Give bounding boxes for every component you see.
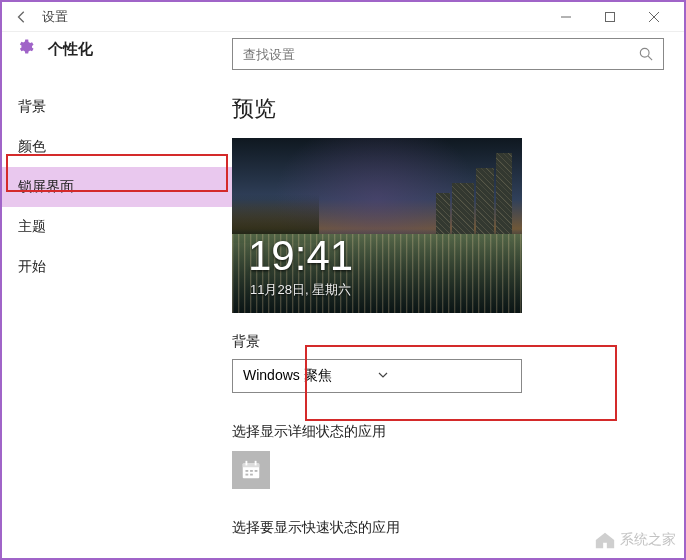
minimize-button[interactable] [544, 2, 588, 32]
close-button[interactable] [632, 2, 676, 32]
detail-status-label: 选择显示详细状态的应用 [232, 423, 664, 441]
lock-date: 11月28日, 星期六 [250, 281, 351, 299]
svg-rect-9 [246, 474, 249, 476]
svg-rect-7 [250, 470, 253, 472]
lock-time: 19:41 [248, 235, 353, 277]
search-input[interactable] [233, 39, 629, 69]
svg-rect-3 [243, 464, 260, 468]
preview-title: 预览 [232, 94, 664, 124]
sidebar: 个性化 背景 颜色 锁屏界面 主题 开始 [2, 32, 232, 558]
background-label: 背景 [232, 333, 664, 351]
sidebar-item-lockscreen[interactable]: 锁屏界面 [2, 167, 232, 207]
search-icon[interactable] [629, 39, 663, 69]
nav: 背景 颜色 锁屏界面 主题 开始 [2, 87, 232, 287]
svg-rect-4 [246, 461, 248, 466]
sidebar-item-colors[interactable]: 颜色 [2, 127, 232, 167]
chevron-down-icon [377, 368, 511, 384]
svg-rect-10 [250, 474, 253, 476]
main-panel: 预览 19:41 11月28日, 星期六 背景 Windows 聚焦 [232, 32, 684, 558]
sidebar-item-start[interactable]: 开始 [2, 247, 232, 287]
svg-rect-8 [255, 470, 258, 472]
maximize-button[interactable] [588, 2, 632, 32]
category-title: 个性化 [48, 40, 93, 59]
quick-status-label: 选择要显示快速状态的应用 [232, 519, 664, 537]
svg-point-1 [640, 48, 649, 57]
background-select-value: Windows 聚焦 [243, 367, 377, 385]
back-button[interactable] [10, 5, 34, 29]
svg-rect-0 [606, 12, 615, 21]
titlebar: 设置 [2, 2, 684, 32]
gear-icon [16, 38, 34, 61]
svg-rect-6 [246, 470, 249, 472]
sidebar-item-themes[interactable]: 主题 [2, 207, 232, 247]
search-box[interactable] [232, 38, 664, 70]
lockscreen-preview: 19:41 11月28日, 星期六 [232, 138, 522, 313]
calendar-icon [240, 459, 262, 481]
svg-rect-5 [255, 461, 257, 466]
window-title: 设置 [42, 8, 68, 26]
background-select[interactable]: Windows 聚焦 [232, 359, 522, 393]
detail-app-button[interactable] [232, 451, 270, 489]
sidebar-item-background[interactable]: 背景 [2, 87, 232, 127]
